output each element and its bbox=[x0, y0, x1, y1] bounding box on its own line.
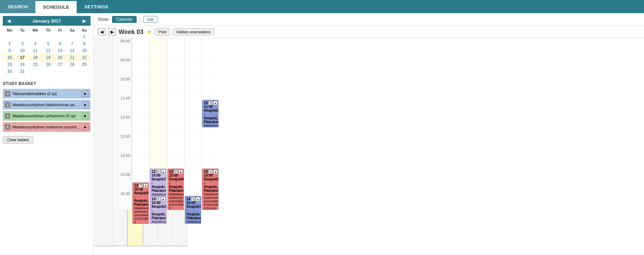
calendar-day[interactable]: 17 bbox=[16, 54, 28, 61]
time-slot-line bbox=[149, 38, 166, 57]
time-slot-line bbox=[132, 114, 149, 134]
day-column[interactable]: 10:00 - 11:45Ilmajoki2 - Ilmajoki, Päära… bbox=[201, 38, 219, 210]
calendar-event[interactable]: 12:15 - 14:00Ilmajoki7 - Ilmajoki, Päära… bbox=[150, 169, 166, 196]
event-minimize-icon[interactable]: ▲ bbox=[144, 184, 148, 188]
basket-item-icon[interactable]: ▶ bbox=[82, 113, 88, 119]
calendar-day[interactable]: 31 bbox=[16, 68, 28, 75]
event-details-icon[interactable]: ☰ bbox=[156, 197, 161, 201]
month-title: January 2017 bbox=[32, 18, 61, 24]
event-action-icons: ☰▲ bbox=[191, 197, 200, 201]
time-slot-line bbox=[184, 114, 201, 134]
calendar-view-button[interactable]: Calendar bbox=[112, 16, 137, 23]
time-slot-line bbox=[132, 57, 149, 76]
nav-schedule[interactable]: SCHEDULE bbox=[35, 0, 77, 13]
calendar-day[interactable]: 7 bbox=[66, 40, 78, 47]
calendar-day[interactable]: 13 bbox=[54, 47, 66, 54]
calendar-day[interactable]: 18 bbox=[28, 54, 42, 61]
calendar-day[interactable]: 5 bbox=[42, 40, 54, 47]
calendar-container[interactable]: Mon 16.01.Tue 17.01.Wed 18.01.Thu 19.01.… bbox=[94, 38, 644, 255]
nav-settings[interactable]: SETTINGS bbox=[77, 0, 116, 13]
mini-cal-grid: MoTuWeThFrSaSu 1234567891011121314151617… bbox=[3, 27, 91, 75]
calendar-day[interactable]: 26 bbox=[42, 61, 54, 68]
event-details-icon[interactable]: ☰ bbox=[208, 170, 213, 174]
hidden-reservations-button[interactable]: Hidden reservations bbox=[173, 28, 214, 35]
calendar-day bbox=[28, 68, 42, 75]
remove-basket-item-button[interactable]: X bbox=[5, 102, 10, 108]
event-minimize-icon[interactable]: ▲ bbox=[161, 197, 165, 201]
next-month-button[interactable]: ▶ bbox=[81, 18, 88, 24]
day-column[interactable]: 14:15 - 16:00Ilmajoki7 - Ilmajoki, Päära… bbox=[184, 38, 201, 210]
calendar-day[interactable]: 24 bbox=[16, 61, 28, 68]
prev-month-button[interactable]: ◀ bbox=[6, 18, 12, 24]
calendar-day[interactable]: 9 bbox=[3, 47, 16, 54]
weekday-header: Su bbox=[78, 27, 91, 33]
day-column[interactable]: 13:15 - 16:00Ilmajoki8 - Ilmajoki, Päära… bbox=[132, 38, 149, 210]
calendar-day[interactable]: 16 bbox=[3, 54, 16, 61]
event-minimize-icon[interactable]: ▲ bbox=[213, 170, 217, 174]
calendar-event[interactable]: 14:15 - 16:00Ilmajoki2 - Ilmajoki, Päära… bbox=[150, 196, 166, 223]
basket-item-icon[interactable]: ▶ bbox=[82, 91, 88, 97]
event-details-icon[interactable]: ☰ bbox=[174, 170, 178, 174]
calendar-day[interactable]: 11 bbox=[28, 47, 42, 54]
basket-item-icon[interactable]: ▶ bbox=[82, 102, 88, 108]
time-slot-line bbox=[132, 38, 149, 57]
prev-week-button[interactable]: ◀ bbox=[98, 28, 105, 36]
calendar-day[interactable]: 8 bbox=[78, 40, 91, 47]
time-slot-line bbox=[184, 95, 201, 114]
calendar-day[interactable]: 25 bbox=[28, 61, 42, 68]
remove-basket-item-button[interactable]: X bbox=[5, 91, 10, 96]
event-details-icon[interactable]: ☰ bbox=[156, 170, 161, 174]
list-view-button[interactable]: List bbox=[143, 16, 157, 23]
clear-basket-button[interactable]: Clear basket bbox=[3, 136, 33, 144]
time-slot-line bbox=[149, 57, 166, 76]
calendar-day[interactable]: 19 bbox=[42, 54, 54, 61]
time-slot-line bbox=[149, 76, 166, 95]
calendar-day[interactable]: 23 bbox=[3, 61, 16, 68]
view-separator: | bbox=[139, 17, 140, 22]
calendar-day[interactable]: 22 bbox=[78, 54, 91, 61]
calendar-event[interactable]: 12:15 - 15:00Ilmajoki8 - Ilmajoki, Päära… bbox=[202, 169, 218, 210]
remove-basket-item-button[interactable]: X bbox=[5, 124, 10, 130]
calendar-day[interactable]: 30 bbox=[3, 68, 16, 75]
calendar-day[interactable]: 10 bbox=[16, 47, 28, 54]
event-minimize-icon[interactable]: ▲ bbox=[179, 170, 183, 174]
calendar-day[interactable]: 15 bbox=[78, 47, 91, 54]
remove-basket-item-button[interactable]: X bbox=[5, 113, 10, 119]
time-column: 08:0009:0010:0011:0012:0013:0014:0015:00… bbox=[113, 38, 132, 210]
basket-item-icon[interactable]: ▶ bbox=[82, 124, 88, 130]
calendar-day[interactable]: 27 bbox=[54, 61, 66, 68]
nav-search[interactable]: SEARCH bbox=[0, 0, 35, 13]
calendar-event[interactable]: 13:15 - 16:00Ilmajoki8 - Ilmajoki, Päära… bbox=[132, 182, 149, 224]
event-minimize-icon[interactable]: ▲ bbox=[196, 197, 200, 201]
print-button[interactable]: Print bbox=[155, 28, 170, 35]
event-details-icon[interactable]: ☰ bbox=[191, 197, 195, 201]
event-minimize-icon[interactable]: ▲ bbox=[161, 170, 165, 174]
event-details-icon[interactable]: ☰ bbox=[208, 101, 213, 105]
calendar-day[interactable]: 28 bbox=[66, 61, 78, 68]
calendar-event[interactable]: 10:00 - 11:45Ilmajoki2 - Ilmajoki, Päära… bbox=[202, 100, 218, 127]
calendar-event[interactable]: 14:15 - 16:00Ilmajoki7 - Ilmajoki, Päära… bbox=[185, 196, 201, 223]
calendar-day[interactable]: 2 bbox=[3, 40, 16, 47]
calendar-day[interactable]: 21 bbox=[66, 54, 78, 61]
calendar-day[interactable]: 3 bbox=[16, 40, 28, 47]
favorite-star-icon[interactable]: ★ bbox=[146, 28, 152, 36]
next-week-button[interactable]: ▶ bbox=[108, 28, 116, 36]
calendar-day[interactable]: 29 bbox=[78, 61, 91, 68]
calendar-day[interactable]: 14 bbox=[66, 47, 78, 54]
time-label: 14:00 bbox=[113, 153, 132, 172]
day-column[interactable]: 12:15 - 14:00Ilmajoki7 - Ilmajoki, Päära… bbox=[149, 38, 166, 210]
day-column[interactable]: 12:15 - 15:00Ilmajoki8 - Ilmajoki, Päära… bbox=[167, 38, 184, 210]
calendar-event[interactable]: 12:15 - 15:00Ilmajoki8 - Ilmajoki, Päära… bbox=[168, 169, 184, 210]
event-description: Maatalousyrityksen liiketoiminnan perust… bbox=[152, 220, 164, 223]
calendar-day[interactable]: 4 bbox=[28, 40, 42, 47]
calendar-body: 08:0009:0010:0011:0012:0013:0014:0015:00… bbox=[113, 38, 219, 246]
calendar-day[interactable]: 6 bbox=[54, 40, 66, 47]
weekday-header: Tu bbox=[16, 27, 28, 33]
calendar-day[interactable]: 1 bbox=[78, 33, 91, 40]
calendar-day bbox=[78, 68, 91, 75]
calendar-day[interactable]: 12 bbox=[42, 47, 54, 54]
calendar-day[interactable]: 20 bbox=[54, 54, 66, 61]
time-slot-line bbox=[149, 134, 166, 153]
event-details-icon[interactable]: ☰ bbox=[139, 184, 143, 188]
event-minimize-icon[interactable]: ▲ bbox=[213, 101, 217, 105]
